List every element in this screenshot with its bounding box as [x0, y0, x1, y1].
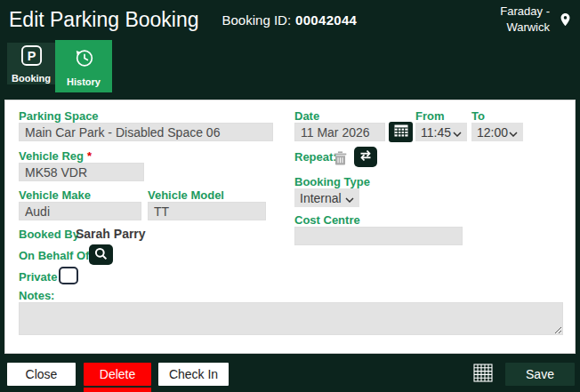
- from-time-select[interactable]: 11:45: [415, 123, 467, 141]
- location-text: Faraday - Warwick: [500, 4, 550, 35]
- search-icon: [94, 247, 108, 263]
- date-input[interactable]: [294, 123, 385, 141]
- to-label: To: [471, 109, 485, 123]
- check-in-button[interactable]: Check In: [158, 363, 229, 386]
- repeat-button[interactable]: [354, 147, 377, 167]
- private-label: Private: [19, 270, 57, 284]
- parking-space-label: Parking Space: [19, 109, 99, 123]
- header: Edit Parking Booking Booking ID:00042044…: [0, 0, 580, 39]
- delete-button[interactable]: Delete: [84, 363, 151, 386]
- booking-type-select[interactable]: Internal: [294, 188, 359, 207]
- booking-form: Parking Space Vehicle Reg* Vehicle Make …: [4, 100, 576, 354]
- tab-history[interactable]: History: [55, 40, 112, 92]
- chevron-down-icon: [345, 191, 354, 205]
- chevron-down-icon: [509, 125, 518, 140]
- location-line1: Faraday -: [500, 4, 550, 18]
- vehicle-make-label: Vehicle Make: [19, 188, 91, 202]
- vehicle-reg-input[interactable]: [19, 163, 144, 181]
- required-asterisk: *: [87, 149, 92, 163]
- tab-history-label: History: [67, 76, 101, 87]
- vehicle-model-label: Vehicle Model: [148, 188, 224, 202]
- grid-view-button[interactable]: [473, 364, 493, 385]
- chevron-down-icon: [453, 125, 462, 140]
- footer: Close Delete Check In Save: [0, 354, 580, 392]
- date-picker-button[interactable]: [389, 122, 413, 142]
- booked-by-value: Sarah Parry: [76, 227, 146, 241]
- notes-label: Notes:: [19, 289, 54, 302]
- page-title: Edit Parking Booking: [9, 8, 199, 32]
- booking-id-label: Booking ID:: [222, 12, 292, 28]
- tab-booking[interactable]: P Booking: [7, 43, 55, 84]
- repeat-delete-button[interactable]: [334, 151, 347, 168]
- booking-id-value: 00042044: [295, 12, 357, 28]
- repeat-arrows-icon: [358, 149, 373, 164]
- tab-booking-label: Booking: [12, 73, 51, 84]
- repeat-label: Repeat:: [294, 150, 337, 164]
- parking-space-input[interactable]: [19, 123, 273, 141]
- to-time-value: 12:00: [477, 125, 508, 140]
- from-time-value: 11:45: [421, 125, 451, 140]
- on-behalf-of-search-button[interactable]: [89, 244, 113, 265]
- location-selector[interactable]: Faraday - Warwick: [500, 4, 580, 35]
- booking-type-label: Booking Type: [294, 175, 370, 188]
- booking-id: Booking ID:00042044: [222, 12, 358, 28]
- cost-centre-input[interactable]: [294, 227, 463, 245]
- location-pin-icon[interactable]: [558, 10, 573, 29]
- vehicle-make-input[interactable]: [19, 202, 141, 220]
- svg-text:P: P: [27, 48, 36, 62]
- parking-p-icon: P: [20, 44, 43, 68]
- booking-type-value: Internal: [300, 191, 342, 205]
- calendar-icon: [394, 124, 408, 140]
- booked-by-label: Booked By: [19, 228, 79, 241]
- private-checkbox[interactable]: [59, 267, 78, 284]
- delete-button-shadow: [84, 388, 151, 392]
- vehicle-reg-label: Vehicle Reg*: [19, 149, 92, 163]
- grid-icon: [473, 364, 493, 385]
- date-label: Date: [294, 109, 319, 123]
- history-clock-icon: [72, 46, 96, 72]
- on-behalf-of-label: On Behalf Of: [19, 249, 89, 262]
- from-label: From: [415, 109, 445, 123]
- trash-icon: [334, 151, 347, 168]
- location-line2: Warwick: [506, 20, 550, 34]
- vehicle-model-input[interactable]: [148, 202, 266, 220]
- notes-textarea[interactable]: [19, 302, 563, 335]
- save-button[interactable]: Save: [505, 363, 575, 386]
- close-button[interactable]: Close: [7, 363, 76, 386]
- to-time-select[interactable]: 12:00: [471, 123, 523, 141]
- cost-centre-label: Cost Centre: [294, 213, 360, 227]
